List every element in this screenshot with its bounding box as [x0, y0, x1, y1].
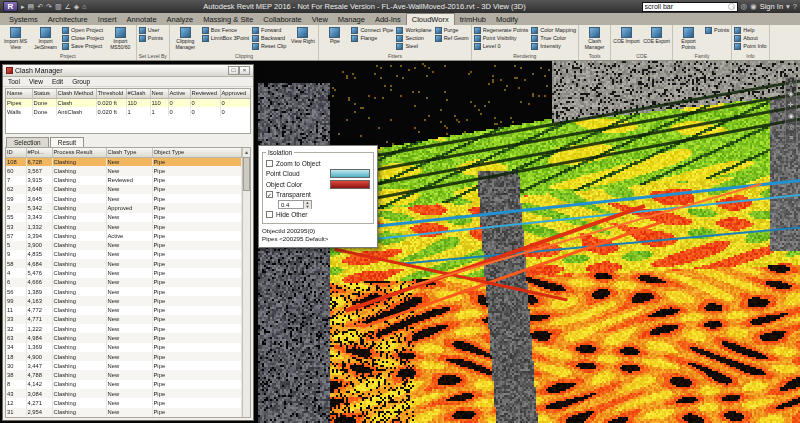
clash-result-row[interactable]: 531,332ClashingNewPipe: [6, 222, 242, 231]
clash-result-row[interactable]: 593,645ClashingNewPipe: [6, 194, 242, 203]
column-header-id[interactable]: ID: [6, 148, 26, 157]
column-header-new[interactable]: New: [150, 89, 168, 98]
ribbon-button-clipping-manager[interactable]: Clipping Manager: [172, 26, 199, 50]
ribbon-button-reset-clip[interactable]: Reset Clip: [252, 43, 286, 50]
column-header-status[interactable]: Status: [32, 89, 56, 98]
ribbon-tab-view[interactable]: View: [307, 14, 333, 25]
clash-result-row[interactable]: 341,369ClashingNewPipe: [6, 343, 242, 352]
tag-icon[interactable]: ◈: [73, 1, 80, 12]
menu-item-group[interactable]: Group: [72, 78, 90, 85]
clash-result-row[interactable]: 184,900ClashingNewPipe: [6, 352, 242, 361]
point-cloud-color-swatch[interactable]: [330, 169, 370, 178]
ribbon-tab-modify[interactable]: Modify: [491, 14, 523, 25]
clash-result-row[interactable]: 573,394ClashingActivePipe: [6, 231, 242, 240]
ribbon-button-pipe[interactable]: Pipe: [321, 26, 348, 45]
column-header-clash-method[interactable]: Clash Method: [56, 89, 96, 98]
ribbon-button-save-project[interactable]: Save Project: [62, 43, 104, 50]
clash-result-row[interactable]: 384,788ClashingNewPipe: [6, 370, 242, 379]
tab-selection[interactable]: Selection: [6, 137, 49, 147]
ribbon-button-box-fence[interactable]: Box Fence: [202, 27, 249, 34]
spin-down-icon[interactable]: ▼: [304, 205, 311, 209]
ribbon-button-points[interactable]: Points: [139, 35, 163, 42]
ribbon-button-forward[interactable]: Forward: [252, 27, 286, 34]
ribbon-tab-systems[interactable]: Systems: [4, 14, 43, 25]
object-color-swatch[interactable]: [330, 180, 370, 189]
clash-window-restore-button[interactable]: □: [228, 66, 239, 75]
ribbon-button-limitbox-3point[interactable]: LimitBox 3Point: [202, 35, 249, 42]
menu-item-view[interactable]: View: [29, 78, 43, 85]
clash-result-row[interactable]: 303,447ClashingNewPipe: [6, 361, 242, 370]
clash-result-row[interactable]: 634,984ClashingNewPipe: [6, 333, 242, 342]
nav-viewcube-icon[interactable]: ◈: [788, 90, 793, 98]
measure-icon[interactable]: ∠: [64, 1, 72, 12]
clash-result-row[interactable]: 433,084ClashingNewPipe: [6, 389, 242, 398]
ribbon-button-true-color[interactable]: True Color: [531, 35, 576, 42]
clash-results-table[interactable]: ID#Poi...Process ResultClash TypeObject …: [6, 148, 242, 417]
clash-result-row[interactable]: 584,684ClashingNewPipe: [6, 259, 242, 268]
column-header-clash-type[interactable]: Clash Type: [106, 148, 152, 157]
nav-zoom-icon[interactable]: ◎: [788, 123, 794, 131]
clash-sets-table[interactable]: NameStatusClash MethodThreshold#ClashNew…: [6, 89, 251, 116]
default-3d-view-icon[interactable]: ⌂: [81, 1, 87, 12]
ribbon-button-about[interactable]: About: [734, 35, 766, 42]
ribbon-button-section[interactable]: Section: [396, 35, 431, 42]
view-close-icon[interactable]: ×: [750, 65, 754, 72]
ribbon-tab-architecture[interactable]: Architecture: [43, 14, 93, 25]
ribbon-button-color-mapping[interactable]: Color Mapping: [531, 27, 576, 34]
clash-result-row[interactable]: 124,271ClashingNewPipe: [6, 398, 242, 407]
ribbon-button-intensity[interactable]: Intensity: [531, 43, 576, 50]
clash-result-row[interactable]: 334,771ClashingNewPipe: [6, 315, 242, 324]
column-header-approved[interactable]: Approved: [220, 89, 250, 98]
ribbon-tab-massing-site[interactable]: Massing & Site: [198, 14, 258, 25]
ribbon-button-close-project[interactable]: Close Project: [62, 35, 104, 42]
ribbon-tab-cloudworx[interactable]: CloudWorx: [406, 13, 455, 25]
scroll-up-icon[interactable]: ▲: [243, 148, 250, 156]
ribbon-tab-collaborate[interactable]: Collaborate: [258, 14, 306, 25]
ribbon-button-level-0[interactable]: Level 0: [474, 43, 529, 50]
signin-caret-icon[interactable]: ▾: [786, 2, 790, 11]
ribbon-button-point-visibility[interactable]: Point Visibility: [474, 35, 529, 42]
clash-result-row[interactable]: 553,343ClashingNewPipe: [6, 213, 242, 222]
scrollbar-thumb[interactable]: [243, 157, 250, 191]
menu-item-tool[interactable]: Tool: [8, 78, 20, 85]
clash-result-row[interactable]: 45,476ClashingNewPipe: [6, 268, 242, 277]
ribbon-button-steel[interactable]: Steel: [396, 43, 431, 50]
ribbon-button-points[interactable]: Points: [705, 27, 729, 34]
nav-orbit-icon[interactable]: ◉: [788, 112, 794, 120]
nav-home-icon[interactable]: ⌂: [789, 80, 793, 87]
search-input[interactable]: [643, 3, 727, 11]
ribbon-tab-manage[interactable]: Manage: [333, 14, 370, 25]
ribbon-button-purge[interactable]: Purge: [435, 27, 469, 34]
spinner-arrows[interactable]: ▲▼: [303, 201, 311, 209]
ribbon-button-view-right[interactable]: View Right: [289, 26, 316, 45]
clash-result-row[interactable]: 94,835ClashingNewPipe: [6, 250, 242, 259]
search-icon[interactable]: [728, 3, 734, 10]
ribbon-button-ref-geom[interactable]: Ref Geom: [435, 35, 469, 42]
clash-result-row[interactable]: 1086,728ClashingNewPipe: [6, 157, 242, 166]
ribbon-tab-annotate[interactable]: Annotate: [122, 14, 162, 25]
clash-result-row[interactable]: 321,222ClashingNewPipe: [6, 324, 242, 333]
tab-result[interactable]: Result: [50, 137, 84, 147]
application-menu-button[interactable]: R: [3, 1, 18, 12]
ribbon-button-coe-export[interactable]: COE Export: [643, 26, 670, 45]
ribbon-tab-add-ins[interactable]: Add-Ins: [370, 14, 406, 25]
ribbon-button-coe-import[interactable]: COE Import: [613, 26, 640, 45]
column-header-clash[interactable]: #Clash: [126, 89, 150, 98]
clash-set-row[interactable]: WallsDoneAntiClash0.020 ft11000: [6, 107, 250, 116]
zoom-to-object-checkbox[interactable]: [266, 160, 273, 167]
help-icon[interactable]: ?: [793, 2, 797, 11]
clash-result-row[interactable]: 561,389ClashingNewPipe: [6, 287, 242, 296]
nav-pan-icon[interactable]: ✛: [788, 101, 794, 109]
open-file-icon[interactable]: ▸: [20, 1, 26, 12]
menu-item-edit[interactable]: Edit: [52, 78, 63, 85]
clash-result-row[interactable]: 53,900ClashingNewPipe: [6, 241, 242, 250]
clash-result-row[interactable]: 603,567ClashingNewPipe: [6, 166, 242, 175]
ribbon-button-workplane[interactable]: Workplane: [396, 27, 431, 34]
save-icon[interactable]: ▤: [27, 1, 36, 12]
ribbon-button-backward[interactable]: Backward: [252, 35, 286, 42]
column-header-name[interactable]: Name: [6, 89, 32, 98]
column-header-threshold[interactable]: Threshold: [96, 89, 126, 98]
clash-result-row[interactable]: 84,142ClashingNewPipe: [6, 380, 242, 389]
clash-result-row[interactable]: 73,915ClashingReviewedPipe: [6, 176, 242, 185]
clash-result-row[interactable]: 114,772ClashingNewPipe: [6, 306, 242, 315]
